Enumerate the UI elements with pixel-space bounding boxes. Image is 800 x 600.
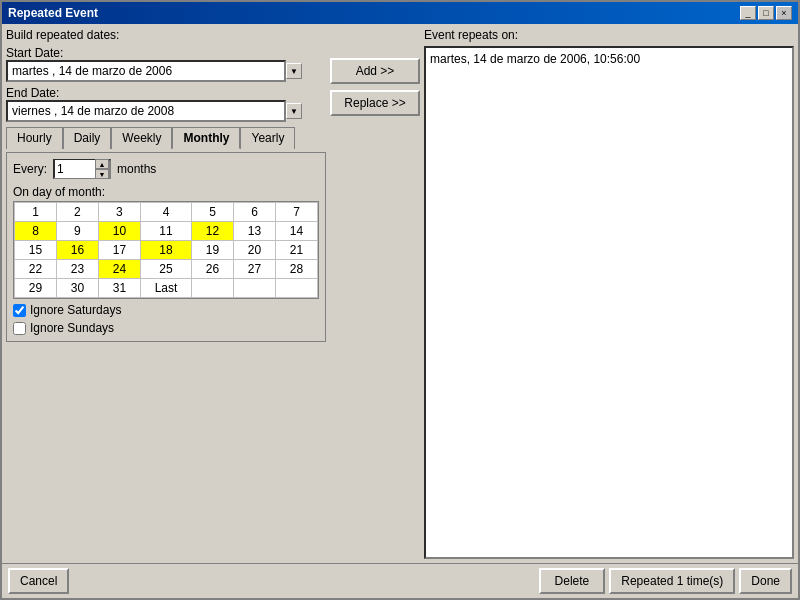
start-date-row: martes , 14 de marzo de 2006 ▼ [6, 60, 326, 82]
spinner-up[interactable]: ▲ [95, 159, 109, 169]
cal-day-23[interactable]: 23 [56, 260, 98, 279]
day-calendar: 1 2 3 4 5 6 7 8 9 10 11 [13, 201, 319, 299]
cal-day-22[interactable]: 22 [15, 260, 57, 279]
cal-day-26[interactable]: 26 [192, 260, 234, 279]
tab-daily[interactable]: Daily [63, 127, 112, 149]
cal-day-31[interactable]: 31 [98, 279, 140, 298]
calendar-row-1: 8 9 10 11 12 13 14 [15, 222, 318, 241]
start-date-label: Start Date: [6, 46, 326, 60]
delete-button[interactable]: Delete [539, 568, 606, 594]
cal-header-3: 3 [98, 203, 140, 222]
tab-yearly[interactable]: Yearly [240, 127, 295, 149]
end-date-row: viernes , 14 de marzo de 2008 ▼ [6, 100, 326, 122]
left-panel: Build repeated dates: Start Date: martes… [6, 28, 326, 559]
calendar-row-4: 29 30 31 Last [15, 279, 318, 298]
calendar-header-row: 1 2 3 4 5 6 7 [15, 203, 318, 222]
bottom-right: Delete Repeated 1 time(s) Done [539, 568, 792, 594]
ignore-saturdays-checkbox[interactable] [13, 304, 26, 317]
window-content: Build repeated dates: Start Date: martes… [2, 24, 798, 563]
repeated-button[interactable]: Repeated 1 time(s) [609, 568, 735, 594]
replace-button[interactable]: Replace >> [330, 90, 420, 116]
cal-day-17[interactable]: 17 [98, 241, 140, 260]
cal-day-12[interactable]: 12 [192, 222, 234, 241]
spinner-down[interactable]: ▼ [95, 169, 109, 179]
cal-day-21[interactable]: 21 [275, 241, 317, 260]
cal-day-11[interactable]: 11 [140, 222, 191, 241]
add-button[interactable]: Add >> [330, 58, 420, 84]
cancel-button[interactable]: Cancel [8, 568, 69, 594]
titlebar: Repeated Event _ □ × [2, 2, 798, 24]
calendar-row-3: 22 23 24 25 26 27 28 [15, 260, 318, 279]
start-date-dropdown[interactable]: martes , 14 de marzo de 2006 [6, 60, 286, 82]
window-title: Repeated Event [8, 6, 98, 20]
titlebar-buttons: _ □ × [740, 6, 792, 20]
minimize-button[interactable]: _ [740, 6, 756, 20]
cal-day-19[interactable]: 19 [192, 241, 234, 260]
cal-day-30[interactable]: 30 [56, 279, 98, 298]
cal-day-28[interactable]: 28 [275, 260, 317, 279]
end-date-section: End Date: viernes , 14 de marzo de 2008 … [6, 86, 326, 122]
cal-day-16[interactable]: 16 [56, 241, 98, 260]
cal-day-10[interactable]: 10 [98, 222, 140, 241]
maximize-button[interactable]: □ [758, 6, 774, 20]
every-unit: months [117, 162, 156, 176]
ignore-saturdays-label[interactable]: Ignore Saturdays [30, 303, 121, 317]
every-spinner[interactable]: ▲ ▼ [53, 159, 111, 179]
tab-content: Every: ▲ ▼ months On day of month: [6, 152, 326, 342]
end-date-label: End Date: [6, 86, 326, 100]
right-panel: Event repeats on: martes, 14 de marzo de… [424, 28, 794, 559]
on-day-label: On day of month: [13, 185, 319, 199]
cal-header-2: 2 [56, 203, 98, 222]
bottom-bar: Cancel Delete Repeated 1 time(s) Done [2, 563, 798, 598]
done-button[interactable]: Done [739, 568, 792, 594]
end-date-dropdown[interactable]: viernes , 14 de marzo de 2008 [6, 100, 286, 122]
cal-day-empty-2 [234, 279, 276, 298]
cal-day-18[interactable]: 18 [140, 241, 191, 260]
event-text: martes, 14 de marzo de 2006, 10:56:00 [430, 52, 640, 66]
event-repeats-box: martes, 14 de marzo de 2006, 10:56:00 [424, 46, 794, 559]
build-label: Build repeated dates: [6, 28, 326, 42]
tab-hourly[interactable]: Hourly [6, 127, 63, 149]
cal-day-20[interactable]: 20 [234, 241, 276, 260]
every-label: Every: [13, 162, 47, 176]
start-date-value: martes , 14 de marzo de 2006 [12, 64, 172, 78]
calendar-row-2: 15 16 17 18 19 20 21 [15, 241, 318, 260]
cal-day-9[interactable]: 9 [56, 222, 98, 241]
every-row: Every: ▲ ▼ months [13, 159, 319, 179]
cal-day-15[interactable]: 15 [15, 241, 57, 260]
cal-header-6: 6 [234, 203, 276, 222]
cal-header-5: 5 [192, 203, 234, 222]
start-date-arrow[interactable]: ▼ [286, 63, 302, 79]
event-repeats-label: Event repeats on: [424, 28, 794, 42]
cal-day-empty-3 [275, 279, 317, 298]
cal-header-1: 1 [15, 203, 57, 222]
cal-day-13[interactable]: 13 [234, 222, 276, 241]
cal-day-last[interactable]: Last [140, 279, 191, 298]
cal-day-24[interactable]: 24 [98, 260, 140, 279]
cal-day-25[interactable]: 25 [140, 260, 191, 279]
cal-day-27[interactable]: 27 [234, 260, 276, 279]
cal-header-4: 4 [140, 203, 191, 222]
start-date-section: Start Date: martes , 14 de marzo de 2006… [6, 46, 326, 82]
tab-weekly[interactable]: Weekly [111, 127, 172, 149]
ignore-sundays-row: Ignore Sundays [13, 321, 319, 335]
end-date-arrow[interactable]: ▼ [286, 103, 302, 119]
cal-day-14[interactable]: 14 [275, 222, 317, 241]
ignore-saturdays-row: Ignore Saturdays [13, 303, 319, 317]
cal-day-empty-1 [192, 279, 234, 298]
frequency-tabs: Hourly Daily Weekly Monthly Yearly [6, 126, 326, 148]
close-button[interactable]: × [776, 6, 792, 20]
cal-day-8[interactable]: 8 [15, 222, 57, 241]
end-date-value: viernes , 14 de marzo de 2008 [12, 104, 174, 118]
ignore-sundays-label[interactable]: Ignore Sundays [30, 321, 114, 335]
every-input[interactable] [55, 160, 95, 178]
cal-day-29[interactable]: 29 [15, 279, 57, 298]
tab-monthly[interactable]: Monthly [172, 127, 240, 149]
ignore-sundays-checkbox[interactable] [13, 322, 26, 335]
middle-buttons: Add >> Replace >> [330, 28, 420, 559]
spinner-arrows: ▲ ▼ [95, 159, 109, 179]
main-window: Repeated Event _ □ × Build repeated date… [0, 0, 800, 600]
cal-header-7: 7 [275, 203, 317, 222]
